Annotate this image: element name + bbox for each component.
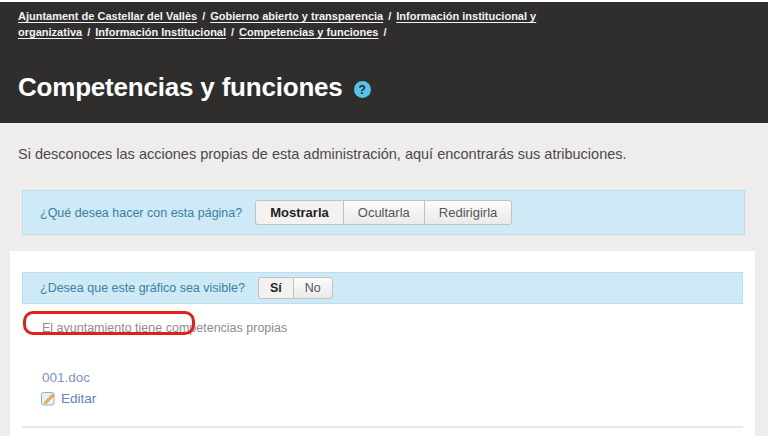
breadcrumb-separator: / bbox=[383, 26, 386, 38]
breadcrumb-link-informacion-institucional[interactable]: Información Institucional bbox=[95, 26, 226, 38]
page-visibility-toolbar: ¿Qué desea hacer con esta página? Mostra… bbox=[22, 190, 745, 235]
breadcrumb: Ajuntament de Castellar del Vallès/Gobie… bbox=[18, 8, 658, 40]
breadcrumb-separator: / bbox=[87, 26, 90, 38]
admin-page: Ajuntament de Castellar del Vallès/Gobie… bbox=[0, 0, 768, 436]
graphic-visibility-button-group: Sí No bbox=[258, 277, 333, 299]
breadcrumb-link-home[interactable]: Ajuntament de Castellar del Vallès bbox=[18, 10, 197, 22]
mostrarla-button[interactable]: Mostrarla bbox=[255, 200, 344, 225]
graphic-visibility-question: ¿Desea que este gráfico sea visible? bbox=[40, 281, 245, 295]
title-row: Competencias y funciones ? bbox=[18, 72, 371, 103]
breadcrumb-separator: / bbox=[388, 10, 391, 22]
content-panel: ¿Desea que este gráfico sea visible? Sí … bbox=[10, 251, 755, 436]
divider bbox=[22, 426, 743, 428]
help-icon[interactable]: ? bbox=[354, 81, 371, 98]
breadcrumb-link-gobierno[interactable]: Gobierno abierto y transparencia bbox=[210, 10, 383, 22]
page-visibility-question: ¿Qué desea hacer con esta página? bbox=[40, 206, 242, 220]
breadcrumb-separator: / bbox=[202, 10, 205, 22]
page-title: Competencias y funciones bbox=[18, 72, 343, 103]
edit-icon bbox=[41, 391, 56, 406]
edit-link[interactable]: Editar bbox=[61, 391, 96, 406]
redirigirla-button[interactable]: Redirigirla bbox=[424, 200, 513, 225]
no-button[interactable]: No bbox=[293, 277, 333, 299]
breadcrumb-item: Competencias y funciones/ bbox=[239, 26, 391, 38]
doc-link[interactable]: 001.doc bbox=[42, 370, 90, 385]
breadcrumb-item: Información Institucional/ bbox=[95, 26, 239, 38]
competency-item-text[interactable]: El ayuntamiento tiene competencias propi… bbox=[42, 321, 287, 335]
breadcrumb-separator: / bbox=[231, 26, 234, 38]
breadcrumb-link-competencias[interactable]: Competencias y funciones bbox=[239, 26, 378, 38]
page-visibility-button-group: Mostrarla Ocultarla Redirigirla bbox=[255, 200, 512, 225]
edit-row[interactable]: Editar bbox=[41, 391, 96, 406]
graphic-visibility-toolbar: ¿Desea que este gráfico sea visible? Sí … bbox=[22, 272, 743, 304]
page-header: Ajuntament de Castellar del Vallès/Gobie… bbox=[0, 2, 768, 123]
si-button[interactable]: Sí bbox=[258, 277, 294, 299]
breadcrumb-item: Ajuntament de Castellar del Vallès/ bbox=[18, 10, 210, 22]
intro-text: Si desconoces las acciones propias de es… bbox=[18, 146, 738, 162]
breadcrumb-item: Gobierno abierto y transparencia/ bbox=[210, 10, 396, 22]
ocultarla-button[interactable]: Ocultarla bbox=[343, 200, 425, 225]
